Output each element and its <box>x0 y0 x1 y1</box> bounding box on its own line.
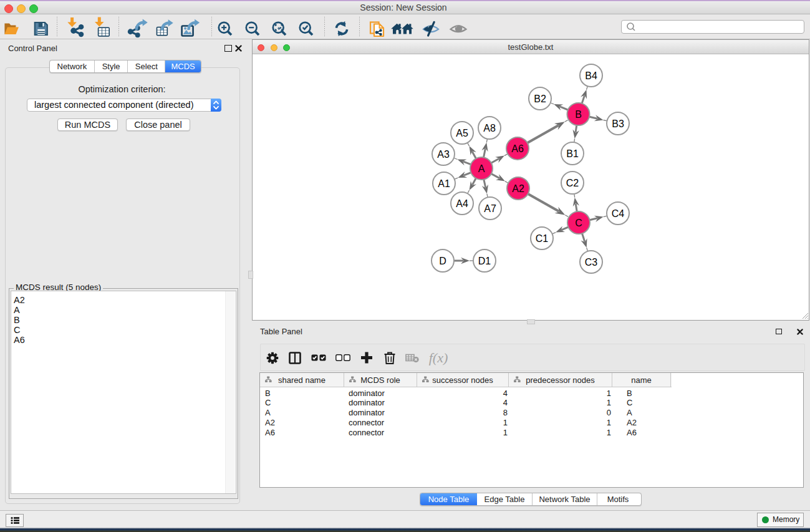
svg-text:A2: A2 <box>512 183 524 194</box>
svg-text:A8: A8 <box>483 123 496 133</box>
svg-text:A1: A1 <box>438 178 450 189</box>
svg-text:A5: A5 <box>456 128 468 138</box>
svg-text:C3: C3 <box>585 257 598 268</box>
svg-text:B3: B3 <box>612 118 624 129</box>
svg-text:A7: A7 <box>484 203 496 214</box>
svg-text:A3: A3 <box>437 149 450 160</box>
svg-text:B: B <box>575 109 582 120</box>
svg-text:A: A <box>478 163 485 174</box>
svg-text:C2: C2 <box>566 178 579 188</box>
svg-text:C4: C4 <box>612 208 625 219</box>
svg-text:C1: C1 <box>536 233 549 244</box>
svg-text:A4: A4 <box>456 198 468 209</box>
svg-text:C: C <box>575 218 582 228</box>
svg-text:D: D <box>439 256 446 266</box>
svg-text:D1: D1 <box>478 256 491 266</box>
svg-text:A6: A6 <box>511 143 524 154</box>
svg-text:f(x): f(x) <box>429 350 448 365</box>
svg-text:B1: B1 <box>566 148 579 159</box>
svg-text:B2: B2 <box>534 94 546 104</box>
svg-text:B4: B4 <box>585 70 597 81</box>
